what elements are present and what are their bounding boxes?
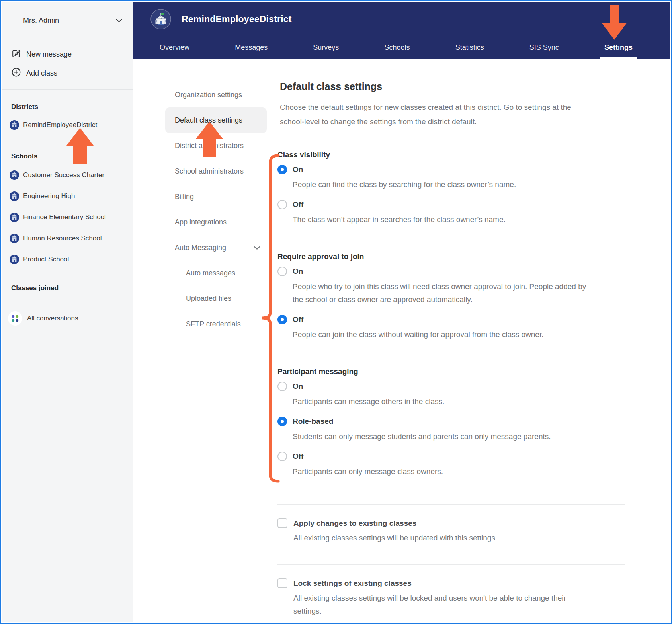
radio-unselected[interactable]: [277, 382, 287, 391]
new-message-button[interactable]: New message: [2, 45, 133, 64]
four-dots-icon: [8, 311, 22, 326]
checkbox-description: All existing classes settings will be lo…: [293, 591, 596, 618]
subnav-school-administrators[interactable]: School administrators: [165, 158, 267, 184]
divider: [277, 504, 625, 505]
tab-schools[interactable]: Schools: [379, 36, 414, 59]
checkbox-unchecked[interactable]: [277, 578, 287, 588]
sidebar-item-school[interactable]: Product School: [2, 249, 133, 270]
tab-surveys[interactable]: Surveys: [308, 36, 344, 59]
tab-settings[interactable]: Settings: [600, 36, 637, 59]
school-building-icon: [10, 234, 19, 243]
school-label: Human Resources School: [23, 234, 102, 242]
subnav-organization-settings[interactable]: Organization settings: [165, 82, 267, 107]
option-label: On: [293, 165, 303, 174]
district-label: RemindEmployeeDistrict: [23, 121, 97, 129]
option-participant-messaging-on: On Participants can message others in th…: [277, 382, 596, 408]
option-label: On: [293, 267, 303, 276]
radio-unselected[interactable]: [277, 452, 287, 461]
subnav-app-integrations[interactable]: App integrations: [165, 209, 267, 235]
compose-icon: [11, 48, 21, 60]
option-label: Off: [293, 315, 303, 324]
option-description: People can find the class by searching f…: [293, 178, 596, 191]
option-participant-messaging-off: Off Participants can only message class …: [277, 452, 596, 478]
school-label: Finance Elementary School: [23, 213, 106, 221]
radio-selected[interactable]: [277, 165, 287, 174]
checkbox-label: Lock settings of existing classes: [293, 579, 412, 588]
radio-row[interactable]: On: [277, 267, 596, 276]
school-building-icon: [10, 120, 19, 130]
option-description: Students can only message students and p…: [293, 430, 596, 443]
option-class-visibility-off: Off The class won’t appear in searches f…: [277, 200, 596, 226]
subnav-billing[interactable]: Billing: [165, 184, 267, 209]
school-label: Engineering High: [23, 192, 75, 200]
sidebar-item-school[interactable]: Customer Success Charter: [2, 164, 133, 185]
radio-row[interactable]: Role-based: [277, 417, 596, 426]
radio-row[interactable]: Off: [277, 200, 596, 209]
page-description: Choose the default settings for new clas…: [280, 100, 596, 129]
option-label: Off: [293, 452, 303, 461]
subnav-district-administrators[interactable]: District administrators: [165, 133, 267, 158]
tab-overview[interactable]: Overview: [155, 36, 194, 59]
lock-settings-block: Lock settings of existing classes All ex…: [277, 578, 596, 618]
lock-settings-checkbox-row[interactable]: Lock settings of existing classes: [277, 578, 596, 588]
classes-joined-header: Classes joined: [11, 283, 133, 293]
apply-changes-block: Apply changes to existing classes All ex…: [277, 518, 596, 544]
radio-row[interactable]: On: [277, 165, 596, 174]
subnav-auto-messaging[interactable]: Auto Messaging: [165, 235, 267, 260]
group-title-require-approval: Require approval to join: [277, 252, 596, 262]
school-label: Customer Success Charter: [23, 171, 104, 179]
group-title-class-visibility: Class visibility: [277, 150, 596, 160]
default-class-settings-panel: Default class settings Choose the defaul…: [277, 81, 596, 618]
radio-row[interactable]: Off: [277, 315, 596, 324]
radio-unselected[interactable]: [277, 200, 287, 209]
add-class-button[interactable]: Add class: [2, 64, 133, 83]
option-description: People who try to join this class will n…: [293, 280, 596, 306]
radio-row[interactable]: Off: [277, 452, 596, 461]
radio-selected[interactable]: [277, 417, 287, 426]
app-window: Mrs. Admin New message: [0, 0, 672, 624]
option-label: Off: [293, 200, 303, 209]
subnav-sftp-credentials[interactable]: SFTP credentials: [165, 311, 267, 337]
nav-tabs: Overview Messages Surveys Schools Statis…: [155, 36, 637, 59]
divider: [277, 564, 625, 565]
org-avatar-school-icon: [150, 9, 171, 29]
subnav-uploaded-files[interactable]: Uploaded files: [165, 286, 267, 311]
schools-header: Schools: [11, 152, 133, 161]
auto-messaging-label: Auto Messaging: [175, 244, 226, 252]
option-description: People can join the class without waitin…: [293, 328, 596, 341]
chevron-down-icon: [116, 16, 122, 25]
checkbox-unchecked[interactable]: [277, 518, 287, 528]
school-building-icon: [10, 255, 19, 264]
option-participant-messaging-role-based: Role-based Students can only message stu…: [277, 417, 596, 443]
sidebar-actions: New message Add class: [2, 39, 133, 90]
tab-sis-sync[interactable]: SIS Sync: [525, 36, 564, 59]
option-require-approval-off: Off People can join the class without wa…: [277, 315, 596, 341]
sidebar-item-school[interactable]: Engineering High: [2, 185, 133, 207]
all-conversations-button[interactable]: All conversations: [2, 309, 133, 328]
school-building-icon: [10, 191, 19, 201]
group-title-participant-messaging: Participant messaging: [277, 367, 596, 377]
org-header: RemindEmployeeDistrict: [133, 2, 670, 36]
checkbox-description: All existing classes settings will be up…: [293, 531, 596, 544]
account-menu[interactable]: Mrs. Admin: [2, 2, 133, 39]
option-description: The class won’t appear in searches for t…: [293, 213, 596, 226]
subnav-default-class-settings[interactable]: Default class settings: [165, 107, 267, 133]
radio-selected[interactable]: [277, 315, 287, 324]
sidebar-item-school[interactable]: Human Resources School: [2, 228, 133, 249]
tab-messages[interactable]: Messages: [230, 36, 272, 59]
radio-unselected[interactable]: [277, 267, 287, 276]
apply-changes-checkbox-row[interactable]: Apply changes to existing classes: [277, 518, 596, 528]
option-label: On: [293, 382, 303, 391]
option-label: Role-based: [293, 417, 333, 426]
org-title: RemindEmployeeDistrict: [182, 14, 292, 25]
tab-statistics[interactable]: Statistics: [451, 36, 489, 59]
school-building-icon: [10, 213, 19, 222]
radio-row[interactable]: On: [277, 382, 596, 391]
school-label: Product School: [23, 255, 69, 263]
subnav-auto-messages[interactable]: Auto messages: [165, 260, 267, 286]
sidebar-item-district[interactable]: RemindEmployeeDistrict: [2, 115, 133, 135]
option-description: Participants can message others in the c…: [293, 395, 596, 408]
sidebar: Mrs. Admin New message: [2, 2, 133, 622]
sidebar-item-school[interactable]: Finance Elementary School: [2, 207, 133, 228]
districts-header: Districts: [11, 102, 133, 112]
